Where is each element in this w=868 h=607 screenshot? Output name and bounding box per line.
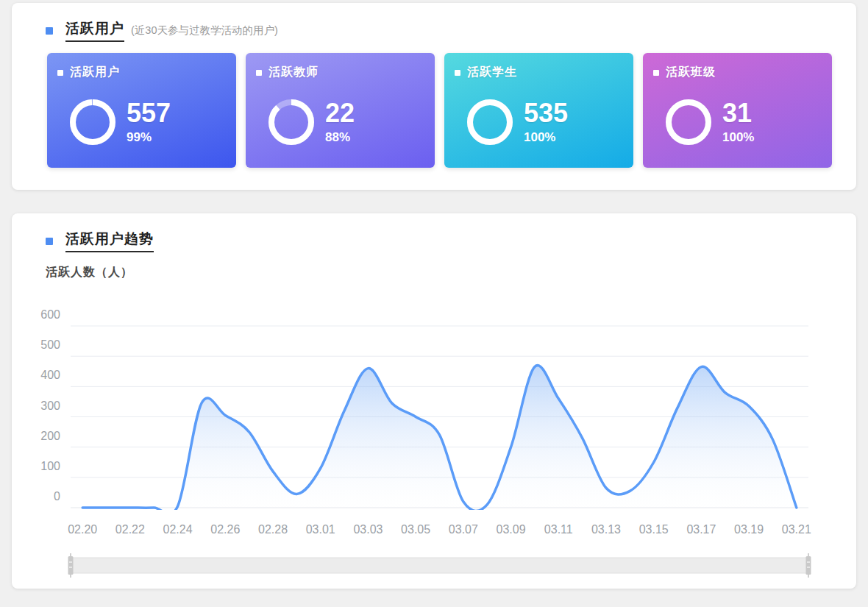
stat-card-active-users: 活跃用户 557 99%	[47, 53, 236, 168]
progress-ring	[69, 99, 116, 146]
svg-text:02.22: 02.22	[115, 523, 145, 536]
x-axis-labels: 02.2002.2202.2402.2602.2803.0103.0303.05…	[68, 523, 811, 536]
svg-text:300: 300	[40, 400, 60, 412]
white-square-icon	[455, 70, 460, 76]
blue-square-icon	[46, 27, 53, 35]
y-axis-labels: 0100200300400500600	[40, 308, 60, 503]
stat-percent: 88%	[325, 130, 355, 145]
stat-value: 22	[325, 100, 355, 127]
datazoom-right-handle[interactable]	[806, 553, 811, 578]
stat-value: 31	[722, 100, 754, 127]
svg-text:03.03: 03.03	[353, 523, 383, 536]
svg-text:03.07: 03.07	[449, 523, 478, 536]
svg-text:03.17: 03.17	[686, 523, 716, 536]
svg-text:500: 500	[40, 338, 60, 351]
white-square-icon	[57, 70, 63, 76]
svg-text:0: 0	[54, 490, 60, 503]
active-users-subtitle: (近30天参与过教学活动的用户)	[131, 24, 278, 38]
series-area	[82, 366, 797, 514]
svg-text:03.01: 03.01	[306, 523, 335, 536]
svg-text:03.15: 03.15	[639, 523, 669, 536]
progress-ring	[466, 99, 513, 146]
stat-card-active-classes: 活跃班级 31 100%	[643, 53, 832, 168]
svg-text:200: 200	[40, 430, 60, 442]
svg-text:03.11: 03.11	[544, 523, 573, 536]
stat-card-active-teachers: 活跃教师 22 88%	[246, 53, 435, 168]
svg-text:02.20: 02.20	[68, 523, 97, 536]
stat-percent: 100%	[524, 130, 568, 145]
datazoom-left-handle[interactable]	[68, 553, 74, 578]
datazoom-track[interactable]	[71, 558, 808, 573]
stat-percent: 99%	[127, 130, 171, 145]
white-square-icon	[653, 70, 659, 76]
svg-text:600: 600	[40, 308, 60, 321]
stat-card-label: 活跃用户	[70, 65, 120, 80]
svg-text:100: 100	[40, 460, 60, 472]
stat-card-label: 活跃学生	[467, 65, 517, 80]
trend-chart-svg: 010020030040050060002.2002.2202.2402.260…	[12, 213, 856, 589]
svg-text:02.24: 02.24	[163, 523, 193, 536]
active-users-title: 活跃用户	[65, 19, 124, 42]
stat-card-label: 活跃班级	[666, 65, 716, 80]
stat-value: 535	[524, 100, 568, 127]
svg-text:03.13: 03.13	[591, 523, 621, 536]
stat-card-active-students: 活跃学生 535 100%	[444, 53, 633, 168]
active-users-panel: 活跃用户 (近30天参与过教学活动的用户) 活跃用户 557 99%	[12, 3, 856, 190]
svg-text:400: 400	[40, 369, 60, 381]
datazoom-slider[interactable]	[68, 553, 811, 578]
white-square-icon	[256, 70, 262, 76]
svg-text:03.19: 03.19	[734, 523, 764, 536]
svg-text:03.21: 03.21	[782, 523, 811, 536]
stat-percent: 100%	[722, 130, 754, 145]
stat-cards-row: 活跃用户 557 99% 活跃教师	[47, 53, 832, 168]
stat-value: 557	[127, 100, 171, 127]
progress-ring	[268, 99, 315, 146]
svg-text:03.05: 03.05	[401, 523, 430, 536]
stat-card-label: 活跃教师	[268, 65, 319, 80]
svg-text:03.09: 03.09	[497, 523, 526, 536]
active-users-header: 活跃用户 (近30天参与过教学活动的用户)	[46, 19, 278, 42]
svg-text:02.26: 02.26	[210, 523, 240, 536]
active-users-trend-panel: 活跃用户趋势 活跃人数（人） 010020030040050060002.200…	[12, 213, 856, 589]
svg-text:02.28: 02.28	[258, 523, 288, 536]
progress-ring	[665, 99, 712, 146]
